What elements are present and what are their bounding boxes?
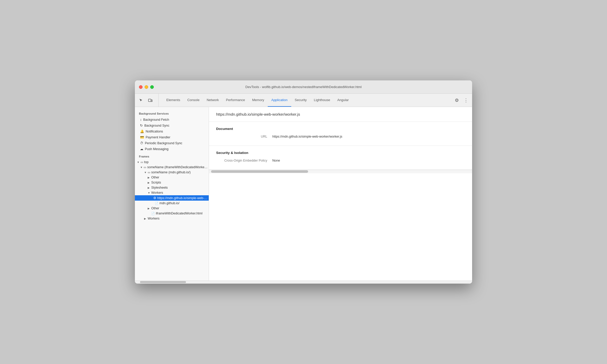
arrow-top: ▼ — [137, 161, 141, 164]
tab-performance[interactable]: Performance — [223, 94, 249, 107]
sidebar-scrollbar-thumb[interactable] — [140, 281, 186, 283]
tree-item-other-1[interactable]: ▶ Other — [135, 175, 209, 180]
arrow-other-1: ▶ — [148, 176, 151, 179]
tree-label-somename-iframe: someName (iframeWithDedicatedWorker.html… — [147, 165, 208, 169]
arrow-other-2: ▶ — [148, 207, 151, 210]
tab-network[interactable]: Network — [203, 94, 223, 107]
tree-item-top[interactable]: ▼ ▭ top — [135, 160, 209, 165]
tree-label-stylesheets: Stylesheets — [151, 186, 168, 189]
title-bar: DevTools - wolfib.github.io/web-demos/ne… — [135, 80, 472, 94]
tree-label-top: top — [144, 160, 148, 164]
payment-icon: 💳 — [140, 135, 144, 139]
tree-item-stylesheets[interactable]: ▶ Stylesheets — [135, 185, 209, 190]
security-section: Security & Isolation Cross-Origin Embedd… — [209, 146, 472, 170]
frame-icon-somename-iframe: ▭ — [144, 166, 146, 169]
tree-label-workers-2: Workers — [148, 217, 159, 220]
tab-console[interactable]: Console — [184, 94, 203, 107]
tabs-right-icons: ⚙ ⋮ — [453, 94, 470, 107]
arrow-scripts: ▶ — [148, 181, 151, 184]
tree-item-workers-1[interactable]: ▼ Workers — [135, 190, 209, 195]
security-section-title: Security & Isolation — [216, 151, 465, 155]
tab-lighthouse[interactable]: Lighthouse — [310, 94, 334, 107]
tabs-bar: Elements Console Network Performance Mem… — [135, 94, 472, 107]
coep-row: Cross-Origin Embedder Policy None — [216, 159, 465, 162]
tree-item-workers-2[interactable]: ▶ Workers — [135, 216, 209, 221]
url-value: https://mdn.github.io/simple-web-worker/… — [272, 135, 342, 138]
tree-label-worker-url: https://mdn.github.io/simple-web-worker — [157, 196, 208, 200]
bg-sync-icon: ↻ — [140, 124, 143, 127]
tree-label-other-2: Other — [151, 207, 159, 210]
tab-security[interactable]: Security — [291, 94, 310, 107]
toolbar-icons — [137, 94, 159, 107]
tree-label-iframe-file: iframeWithDedicatedWorker.html — [156, 212, 202, 215]
tree-label-somename-mdn: someName (mdn.github.io/) — [151, 171, 191, 174]
sidebar-item-bg-fetch-label: Background Fetch — [143, 118, 169, 122]
tabs-list: Elements Console Network Performance Mem… — [163, 94, 453, 107]
coep-value: None — [272, 159, 280, 162]
tree-item-somename-iframe[interactable]: ▼ ▭ someName (iframeWithDedicatedWorker.… — [135, 165, 209, 170]
content-scrollbar-thumb[interactable] — [211, 170, 308, 173]
sidebar-item-bg-fetch[interactable]: ↕ Background Fetch — [135, 117, 209, 123]
sidebar-item-payment-label: Payment Handler — [146, 136, 170, 139]
arrow-somename-iframe: ▼ — [140, 166, 144, 169]
file-icon-iframe: 📄 — [151, 212, 155, 215]
periodic-sync-icon: ⏱ — [140, 141, 143, 145]
sidebar-item-notifications[interactable]: 🔔 Notifications — [135, 128, 209, 134]
document-section: Document URL https://mdn.github.io/simpl… — [209, 122, 472, 146]
maximize-button[interactable] — [150, 85, 154, 89]
url-label: URL — [216, 135, 267, 138]
arrow-somename-mdn: ▼ — [144, 171, 148, 174]
document-section-title: Document — [216, 127, 465, 131]
sidebar-item-periodic-sync-label: Periodic Background Sync — [145, 141, 182, 145]
background-services-label: Background Services — [135, 109, 209, 117]
content-panel: https://mdn.github.io/simple-web-worker/… — [209, 107, 472, 281]
tree-label-workers-1: Workers — [151, 191, 163, 195]
frame-icon-top: ▭ — [141, 161, 143, 164]
close-button[interactable] — [139, 85, 143, 89]
sidebar-item-bg-sync-label: Background Sync — [144, 124, 169, 127]
tab-application[interactable]: Application — [268, 94, 291, 107]
device-toggle-icon[interactable] — [146, 96, 154, 104]
devtools-window: DevTools - wolfib.github.io/web-demos/ne… — [135, 80, 472, 284]
svg-rect-1 — [151, 100, 152, 102]
push-icon: ☁ — [140, 147, 143, 151]
tab-angular[interactable]: Angular — [334, 94, 352, 107]
tree-item-mdn-file[interactable]: 📄 mdn.github.io/ — [135, 201, 209, 206]
tab-memory[interactable]: Memory — [249, 94, 268, 107]
coep-label: Cross-Origin Embedder Policy — [216, 159, 267, 162]
notifications-icon: 🔔 — [140, 129, 144, 133]
inspect-icon[interactable] — [137, 96, 145, 104]
arrow-workers-1: ▼ — [148, 191, 151, 194]
tree-item-somename-mdn[interactable]: ▼ ▭ someName (mdn.github.io/) — [135, 170, 209, 175]
url-row: URL https://mdn.github.io/simple-web-wor… — [216, 135, 465, 138]
svg-rect-0 — [148, 99, 151, 102]
tree-item-iframe-file[interactable]: 📄 iframeWithDedicatedWorker.html — [135, 211, 209, 216]
sidebar-item-bg-sync[interactable]: ↻ Background Sync — [135, 123, 209, 128]
sidebar-scrollbar[interactable] — [135, 281, 472, 284]
window-title: DevTools - wolfib.github.io/web-demos/ne… — [246, 85, 362, 89]
file-icon-mdn: 📄 — [155, 202, 158, 205]
more-options-icon[interactable]: ⋮ — [462, 96, 470, 104]
main-content: Background Services ↕ Background Fetch ↻… — [135, 107, 472, 281]
settings-icon[interactable]: ⚙ — [453, 96, 461, 104]
sidebar-item-notifications-label: Notifications — [146, 130, 163, 133]
bg-fetch-icon: ↕ — [140, 118, 142, 122]
content-url: https://mdn.github.io/simple-web-worker/… — [209, 107, 472, 122]
frame-icon-somename-mdn: ▭ — [148, 171, 150, 174]
arrow-workers-2: ▶ — [144, 217, 148, 220]
tree-item-other-2[interactable]: ▶ Other — [135, 206, 209, 211]
tab-elements[interactable]: Elements — [163, 94, 184, 107]
tree-item-scripts[interactable]: ▶ Scripts — [135, 180, 209, 185]
gear-icon-worker: ⚙ — [153, 196, 156, 200]
frames-label: Frames — [135, 152, 209, 160]
content-scrollbar[interactable] — [209, 170, 472, 173]
sidebar-item-push[interactable]: ☁ Push Messaging — [135, 146, 209, 152]
minimize-button[interactable] — [145, 85, 148, 89]
sidebar-item-push-label: Push Messaging — [145, 147, 168, 151]
tree-item-worker-url[interactable]: ⚙ https://mdn.github.io/simple-web-worke… — [135, 195, 209, 201]
tree-label-other-1: Other — [151, 176, 159, 179]
sidebar-item-periodic-sync[interactable]: ⏱ Periodic Background Sync — [135, 140, 209, 146]
tree-label-scripts: Scripts — [151, 181, 161, 184]
traffic-lights — [139, 85, 154, 89]
sidebar-item-payment[interactable]: 💳 Payment Handler — [135, 134, 209, 140]
